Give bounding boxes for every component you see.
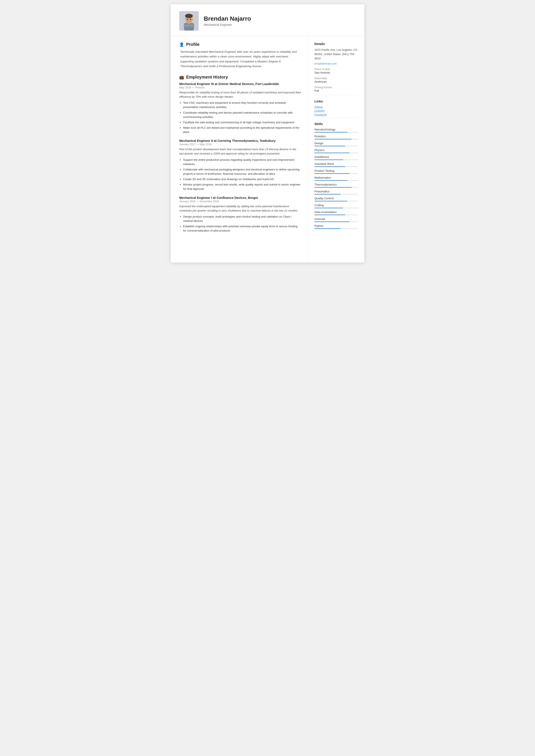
employment-section-heading: 💼 Employment History <box>179 75 301 80</box>
skill-name: Python <box>314 224 358 228</box>
right-column: Details 1515 Pacific Ave, Los Angeles, C… <box>308 36 364 263</box>
skill-bar-fill <box>314 214 345 215</box>
job-title-2: Mechanical Engineer II at Corneing Therm… <box>179 139 301 142</box>
profile-icon: 👤 <box>179 42 184 47</box>
svg-rect-1 <box>184 23 194 31</box>
skill-bar-fill <box>314 173 350 174</box>
skill-name: Design <box>314 142 358 145</box>
skill-bar-fill <box>314 228 341 229</box>
link-github[interactable]: Github <box>314 105 358 108</box>
skill-bar-fill <box>314 201 347 201</box>
skill-item: Pneumatics <box>314 190 358 195</box>
place-of-birth-row: Place of birth San Antonio <box>314 68 358 74</box>
skill-name: Quality Control <box>314 197 358 200</box>
skill-bar-fill <box>314 180 347 181</box>
left-column: 👤 Profile Technically orientated Mechani… <box>171 36 308 263</box>
profile-heading: Profile <box>186 42 200 47</box>
skills-heading: Skills <box>314 122 358 126</box>
header-info: Brendan Najarro Mechanical Engineer <box>204 15 251 26</box>
skill-bar-fill <box>314 221 350 222</box>
skill-name: Product Testing <box>314 169 358 172</box>
list-item: Support the entire production process re… <box>183 158 301 166</box>
job-bullets-2: Support the entire production process re… <box>179 158 301 191</box>
skill-bar-bg <box>314 180 358 181</box>
list-item: Test CNC machinery and equipment to ensu… <box>183 101 301 109</box>
job-summary-1: Responsible for reliability testing of m… <box>179 90 301 99</box>
nationality-value: American <box>314 80 358 83</box>
skill-item: Quality Control <box>314 197 358 201</box>
list-item: Create 2D and 3D schematics and drawings… <box>183 177 301 182</box>
employment-heading: Employment History <box>186 75 228 80</box>
divider <box>314 95 358 95</box>
list-item: Establish ongoing relationships with pot… <box>183 224 301 233</box>
skill-bar-bg <box>314 187 358 188</box>
details-address: 1515 Pacific Ave, Los Angeles, CA 90291,… <box>314 48 358 61</box>
skill-bar-bg <box>314 214 358 215</box>
skill-bar-bg <box>314 208 358 208</box>
link-facebook[interactable]: Facebook <box>314 113 358 116</box>
skill-bar-bg <box>314 201 358 201</box>
job-summary-2: Part of the product development team tha… <box>179 147 301 156</box>
skill-item: SolidWorks <box>314 155 358 160</box>
driving-license-label: Driving license <box>314 86 358 89</box>
skill-item: Autocad <box>314 217 358 222</box>
driving-license-row: Driving license Full <box>314 86 358 92</box>
skill-name: Autocad <box>314 217 358 221</box>
skill-bar-fill <box>314 159 343 160</box>
details-heading: Details <box>314 42 358 45</box>
resume-page: Brendan Najarro Mechanical Engineer 👤 Pr… <box>171 4 364 263</box>
list-item: Monitor project progress, record test re… <box>183 182 301 191</box>
job-block-2: Mechanical Engineer II at Corneing Therm… <box>179 139 301 191</box>
skill-name: Coding <box>314 204 358 207</box>
skill-name: Data Assimilation <box>314 210 358 214</box>
skill-name: Thermodynamics <box>314 183 358 186</box>
link-linkedin[interactable]: Linkedin <box>314 109 358 112</box>
skill-bar-fill <box>314 153 350 153</box>
skill-item: Coding <box>314 204 358 208</box>
avatar <box>179 11 199 31</box>
skill-bar-bg <box>314 166 358 167</box>
employment-icon: 💼 <box>179 75 184 80</box>
place-of-birth-value: San Antonio <box>314 71 358 74</box>
details-email: email@email.com <box>314 62 358 65</box>
job-dates-1: May 2018 — Present <box>179 86 301 89</box>
skill-name: Mathematics <box>314 176 358 179</box>
skill-bar-bg <box>314 146 358 146</box>
skill-bar-fill <box>314 208 343 208</box>
list-item: Facilitate the safe testing and commissi… <box>183 120 301 125</box>
skill-bar-fill <box>314 187 352 188</box>
skills-container: Nanotechnology Robotics Design Physics S… <box>314 128 358 229</box>
skill-bar-bg <box>314 194 358 195</box>
job-bullets-3: Design product concepts, build prototype… <box>179 214 301 233</box>
skill-item: Physics <box>314 149 358 153</box>
nationality-label: Nationality <box>314 77 358 80</box>
skill-bar-bg <box>314 173 358 174</box>
skill-bar-fill <box>314 146 345 146</box>
nationality-row: Nationality American <box>314 77 358 83</box>
svg-rect-4 <box>183 24 194 27</box>
svg-point-6 <box>190 19 191 20</box>
job-summary-3: Improved the undisrupted equipment relia… <box>179 204 301 213</box>
skill-bar-bg <box>314 139 358 139</box>
list-item: Collaborate with mechanical packaging-de… <box>183 167 301 176</box>
skill-name: Physics <box>314 149 358 152</box>
skill-item: Product Testing <box>314 169 358 174</box>
skill-name: Pneumatics <box>314 190 358 193</box>
job-block-1: Mechanical Engineer III at Zimner Medica… <box>179 82 301 134</box>
main-content: 👤 Profile Technically orientated Mechani… <box>171 36 364 263</box>
list-item: Design product concepts, build prototype… <box>183 214 301 223</box>
skill-item: Robotics <box>314 135 358 139</box>
skill-bar-bg <box>314 221 358 222</box>
skill-item: Data Assimilation <box>314 210 358 215</box>
skill-bar-bg <box>314 153 358 153</box>
skill-bar-fill <box>314 132 347 132</box>
list-item: Make sure all PLC are tested and maintai… <box>183 126 301 134</box>
job-title-1: Mechanical Engineer III at Zimner Medica… <box>179 82 301 86</box>
driving-license-value: Full <box>314 89 358 92</box>
skill-name: Nanotechnology <box>314 128 358 131</box>
job-title-3: Mechanical Engineer I at Confluence Devi… <box>179 196 301 200</box>
skill-item: Thermodynamics <box>314 183 358 188</box>
candidate-title: Mechanical Engineer <box>204 23 251 26</box>
skill-bar-fill <box>314 194 341 195</box>
skill-bar-bg <box>314 159 358 160</box>
